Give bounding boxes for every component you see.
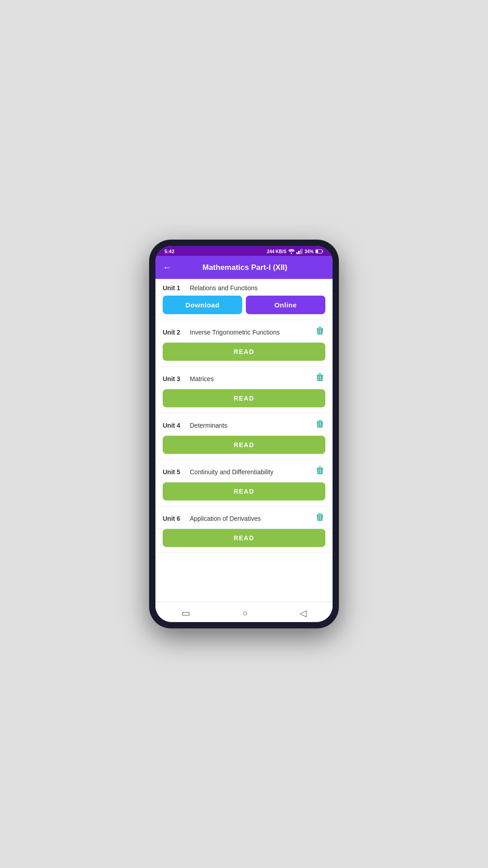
unit3-read-button[interactable]: READ	[163, 389, 325, 407]
signal-icon	[296, 249, 303, 254]
phone-screen: 5:42 244 KB/S 34%	[155, 246, 333, 622]
svg-rect-6	[316, 250, 318, 253]
svg-rect-2	[298, 251, 300, 254]
unit4-label: Unit 4	[163, 422, 190, 429]
unit5-label: Unit 5	[163, 468, 190, 476]
unit6-trash-icon[interactable]	[314, 512, 325, 525]
empty-space	[155, 553, 333, 602]
download-button[interactable]: Download	[163, 296, 242, 314]
content-area: Unit 1 Relations and Functions Download …	[155, 279, 333, 602]
online-button[interactable]: Online	[246, 296, 325, 314]
phone-shell: 5:42 244 KB/S 34%	[149, 240, 339, 628]
unit3-label: Unit 3	[163, 375, 190, 382]
wifi-icon	[288, 249, 295, 254]
unit5-read-button[interactable]: READ	[163, 482, 325, 500]
unit2-section: Unit 2 Inverse Trigonometric Functions R…	[155, 320, 333, 367]
back-button[interactable]: ←	[163, 262, 172, 273]
status-bar: 5:42 244 KB/S 34%	[155, 246, 333, 256]
unit3-name: Matrices	[190, 375, 314, 382]
unit1-section: Unit 1 Relations and Functions Download …	[155, 279, 333, 320]
battery-level: 34%	[305, 249, 314, 254]
unit2-read-button[interactable]: READ	[163, 343, 325, 361]
unit1-label: Unit 1	[163, 284, 190, 292]
back-nav-button[interactable]: ◁	[300, 608, 306, 618]
unit3-trash-icon[interactable]	[314, 372, 325, 385]
svg-rect-4	[301, 249, 303, 254]
app-header: ← Mathematics Part-I (XII)	[155, 256, 333, 279]
unit5-row: Unit 5 Continuity and Differentiability	[155, 460, 333, 482]
unit6-label: Unit 6	[163, 515, 190, 522]
unit1-row: Unit 1 Relations and Functions	[155, 279, 333, 296]
unit4-read-button[interactable]: READ	[163, 436, 325, 454]
svg-point-0	[291, 253, 292, 254]
unit4-trash-icon[interactable]	[314, 419, 325, 432]
page-title: Mathematics Part-I (XII)	[177, 263, 313, 272]
svg-rect-1	[296, 252, 298, 254]
battery-icon	[315, 249, 324, 254]
unit4-name: Determinants	[190, 422, 314, 429]
svg-rect-7	[322, 250, 323, 252]
unit1-buttons: Download Online	[155, 296, 333, 320]
unit2-name: Inverse Trigonometric Functions	[190, 329, 314, 336]
unit2-label: Unit 2	[163, 329, 190, 336]
bottom-navigation: ▭ ○ ◁	[155, 602, 333, 622]
status-icons: 244 KB/S 34%	[267, 249, 324, 254]
unit6-read-button[interactable]: READ	[163, 529, 325, 547]
home-button[interactable]: ○	[242, 608, 248, 618]
unit5-section: Unit 5 Continuity and Differentiability …	[155, 460, 333, 506]
unit2-trash-icon[interactable]	[314, 326, 325, 339]
unit4-section: Unit 4 Determinants READ	[155, 413, 333, 460]
unit6-section: Unit 6 Application of Derivatives READ	[155, 506, 333, 553]
recents-button[interactable]: ▭	[182, 608, 190, 618]
data-speed: 244 KB/S	[267, 249, 286, 254]
status-time: 5:42	[164, 249, 174, 254]
unit3-row: Unit 3 Matrices	[155, 367, 333, 389]
svg-rect-3	[300, 250, 301, 254]
unit5-name: Continuity and Differentiability	[190, 468, 314, 476]
unit4-row: Unit 4 Determinants	[155, 413, 333, 436]
unit5-trash-icon[interactable]	[314, 465, 325, 478]
unit6-name: Application of Derivatives	[190, 515, 314, 522]
unit1-name: Relations and Functions	[190, 284, 325, 292]
unit6-row: Unit 6 Application of Derivatives	[155, 506, 333, 529]
unit3-section: Unit 3 Matrices READ	[155, 367, 333, 413]
unit2-row: Unit 2 Inverse Trigonometric Functions	[155, 320, 333, 343]
